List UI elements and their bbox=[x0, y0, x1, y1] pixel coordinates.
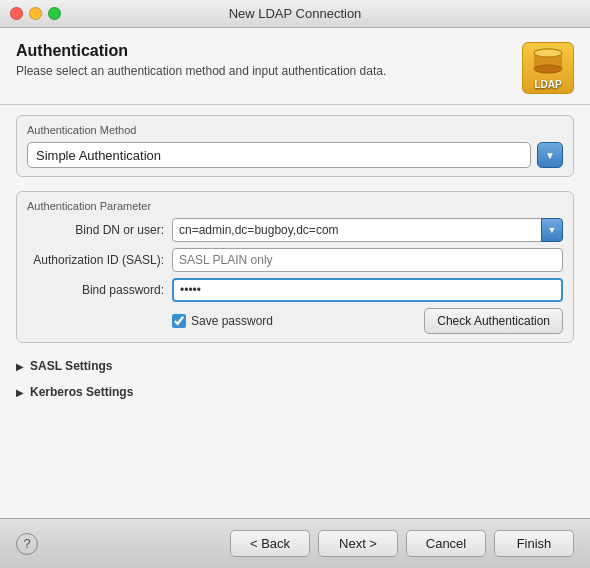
kerberos-settings-section[interactable]: ▶ Kerberos Settings bbox=[16, 379, 574, 405]
main-content: Authentication Please select an authenti… bbox=[0, 28, 590, 518]
bind-dn-input-group: ▼ bbox=[172, 218, 563, 242]
close-button[interactable] bbox=[10, 7, 23, 20]
action-row: Save password Check Authentication bbox=[27, 308, 563, 334]
chevron-down-icon: ▼ bbox=[545, 150, 555, 161]
chevron-down-icon: ▼ bbox=[548, 225, 557, 235]
finish-button[interactable]: Finish bbox=[494, 530, 574, 557]
kerberos-settings-label: Kerberos Settings bbox=[30, 385, 133, 399]
minimize-button[interactable] bbox=[29, 7, 42, 20]
ldap-label: LDAP bbox=[534, 79, 561, 90]
page-subtitle: Please select an authentication method a… bbox=[16, 64, 386, 78]
help-button[interactable]: ? bbox=[16, 533, 38, 555]
bind-password-input[interactable] bbox=[172, 278, 563, 302]
auth-method-dropdown-row: Simple AuthenticationSASL/DIGEST-MD5SASL… bbox=[27, 142, 563, 168]
kerberos-expand-arrow-icon: ▶ bbox=[16, 387, 24, 398]
cancel-button[interactable]: Cancel bbox=[406, 530, 486, 557]
svg-point-4 bbox=[534, 49, 562, 57]
save-password-text: Save password bbox=[191, 314, 273, 328]
save-password-checkbox[interactable] bbox=[172, 314, 186, 328]
check-authentication-button[interactable]: Check Authentication bbox=[424, 308, 563, 334]
window-controls[interactable] bbox=[10, 7, 61, 20]
sasl-settings-section[interactable]: ▶ SASL Settings bbox=[16, 353, 574, 379]
header-text: Authentication Please select an authenti… bbox=[16, 42, 386, 78]
ldap-icon: LDAP bbox=[522, 42, 574, 94]
auth-method-label: Authentication Method bbox=[27, 124, 563, 136]
page-title: Authentication bbox=[16, 42, 386, 60]
form-area: Authentication Method Simple Authenticat… bbox=[0, 105, 590, 518]
bind-dn-dropdown-btn[interactable]: ▼ bbox=[541, 218, 563, 242]
bind-dn-row: Bind DN or user: ▼ bbox=[27, 218, 563, 242]
bind-dn-label: Bind DN or user: bbox=[27, 223, 172, 237]
bottom-nav-buttons: < Back Next > Cancel Finish bbox=[230, 530, 574, 557]
bind-password-row: Bind password: bbox=[27, 278, 563, 302]
help-icon: ? bbox=[23, 536, 30, 551]
sasl-expand-arrow-icon: ▶ bbox=[16, 361, 24, 372]
header-section: Authentication Please select an authenti… bbox=[0, 28, 590, 104]
bottom-bar: ? < Back Next > Cancel Finish bbox=[0, 518, 590, 568]
auth-id-label: Authorization ID (SASL): bbox=[27, 253, 172, 267]
next-button[interactable]: Next > bbox=[318, 530, 398, 557]
auth-param-section: Authentication Parameter Bind DN or user… bbox=[16, 191, 574, 343]
title-bar: New LDAP Connection bbox=[0, 0, 590, 28]
ldap-cylinder-svg bbox=[530, 47, 566, 77]
bottom-left: ? bbox=[16, 533, 38, 555]
bind-dn-input[interactable] bbox=[172, 218, 542, 242]
auth-method-dropdown-btn[interactable]: ▼ bbox=[537, 142, 563, 168]
bind-password-label: Bind password: bbox=[27, 283, 172, 297]
auth-id-input[interactable] bbox=[172, 248, 563, 272]
auth-method-section: Authentication Method Simple Authenticat… bbox=[16, 115, 574, 177]
auth-id-row: Authorization ID (SASL): bbox=[27, 248, 563, 272]
svg-point-3 bbox=[534, 65, 562, 73]
sasl-settings-label: SASL Settings bbox=[30, 359, 112, 373]
auth-method-select[interactable]: Simple AuthenticationSASL/DIGEST-MD5SASL… bbox=[27, 142, 531, 168]
window-title: New LDAP Connection bbox=[229, 6, 362, 21]
auth-param-label: Authentication Parameter bbox=[27, 200, 563, 212]
back-button[interactable]: < Back bbox=[230, 530, 310, 557]
maximize-button[interactable] bbox=[48, 7, 61, 20]
save-password-label[interactable]: Save password bbox=[172, 314, 273, 328]
